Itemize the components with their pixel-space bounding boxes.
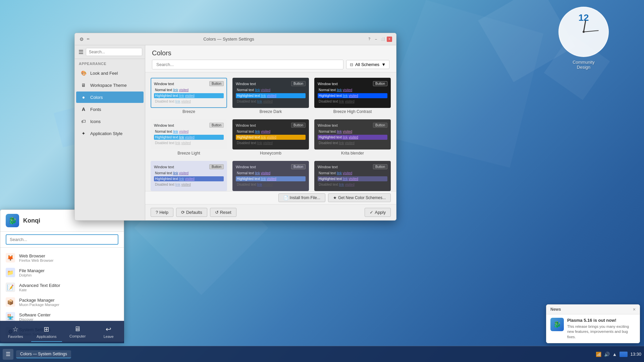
taskbar-app-label: Colors — System Settings: [20, 352, 67, 356]
taskbar-launcher-button[interactable]: ☰: [3, 349, 13, 360]
help-label: Help: [159, 210, 168, 215]
system-tray: 📶 🔊 ▲ 13:30: [596, 352, 641, 357]
close-button[interactable]: ×: [387, 37, 392, 42]
breeze-disabled-row: Disabled text link visited: [154, 99, 224, 104]
launcher-favorites[interactable]: ☆ Favorites: [0, 322, 31, 342]
launcher-applications[interactable]: ⊞ Applications: [31, 322, 62, 342]
breeze-window-text: Window text: [154, 82, 174, 86]
sidebar-item-fonts[interactable]: A Fonts: [76, 104, 144, 115]
application-style-label: Application Style: [90, 131, 122, 136]
bottom-right-actions: ✓ Apply: [365, 208, 391, 217]
schemes-grid: Window text Button Normal text link visi…: [145, 72, 396, 191]
favorites-label: Favorites: [8, 335, 23, 339]
scheme-krita[interactable]: Window text Button Normal text link visi…: [314, 119, 391, 156]
krita-preview: Window text Button Normal text link visi…: [314, 119, 391, 149]
reset-button[interactable]: ↺ Reset: [210, 208, 236, 217]
browser-icon: 🦊: [6, 253, 15, 262]
reset-label: Reset: [220, 210, 231, 215]
colors-icon: ●: [80, 94, 87, 101]
titlebar-edit-btn[interactable]: ✏: [86, 37, 91, 42]
scheme-breeze[interactable]: Window text Button Normal text link visi…: [151, 78, 227, 114]
scheme-r3c[interactable]: Window text Button Normal text link visi…: [314, 161, 391, 191]
install-bar: 📄 Install from File... ★ Get New Color S…: [145, 191, 396, 204]
maximize-button[interactable]: ⬜: [380, 37, 385, 42]
app-item-texteditor[interactable]: 📝 Advanced Text Editor Kate: [0, 280, 124, 295]
sidebar-item-look-and-feel[interactable]: 🎨 Look and Feel: [76, 67, 144, 79]
help-button[interactable]: ? Help: [151, 208, 173, 217]
konqi-search-input[interactable]: [6, 234, 118, 245]
defaults-button[interactable]: ⟳ Defaults: [176, 208, 207, 217]
look-and-feel-label: Look and Feel: [90, 71, 118, 76]
taskbar-app-settings[interactable]: Colors — System Settings: [16, 350, 71, 358]
clock-widget: 12 CommunityDesign: [550, 7, 617, 80]
app-item-packages[interactable]: 📦 Package Manager Muon Package Manager: [0, 295, 124, 309]
taskbar: ☰ Colors — System Settings 📶 🔊 ▲ 13:30: [0, 346, 644, 362]
settings-sidebar: Appearance 🎨 Look and Feel 🖥 Workspace T…: [75, 45, 145, 220]
leave-icon: ↩: [106, 325, 111, 333]
expand-systray-icon[interactable]: ▲: [612, 352, 617, 357]
leave-label: Leave: [104, 335, 114, 339]
software-name: Software Center: [19, 312, 51, 317]
workspace-theme-icon: 🖥: [80, 82, 87, 88]
sidebar-search-input[interactable]: [86, 48, 142, 56]
filemanager-name: File Manager: [19, 268, 45, 273]
breeze-button: Button: [209, 81, 224, 86]
applications-icon: ⊞: [44, 325, 49, 333]
kb-button: Button: [373, 123, 387, 128]
notification-popup: News × 🐉 Plasma 5.16 is out now! This re…: [546, 304, 640, 343]
notification-text: This release brings you many exciting ne…: [567, 324, 636, 340]
breeze-light-preview: Window text Button Normal text link visi…: [151, 119, 227, 149]
r3a-preview: Window text Button Normal text link visi…: [151, 161, 227, 191]
scheme-r3b[interactable]: Window text Button Normal text link visi…: [232, 161, 309, 191]
sidebar-toolbar: [75, 45, 145, 59]
filter-dropdown[interactable]: ⊟ All Schemes ▼: [346, 60, 389, 69]
sidebar-item-workspace-theme[interactable]: 🖥 Workspace Theme: [76, 79, 144, 91]
notification-body: 🐉 Plasma 5.16 is out now! This release b…: [546, 314, 640, 343]
apply-label: Apply: [375, 210, 386, 215]
breeze-normal-row: Normal text link visited: [154, 87, 224, 93]
clock-label: CommunityDesign: [573, 60, 595, 70]
filemanager-icon: 📁: [6, 268, 15, 277]
install-from-file-button[interactable]: 📄 Install from File...: [278, 193, 325, 202]
breeze-light-label: Breeze Light: [177, 151, 200, 156]
launcher-computer[interactable]: 🖥 Computer: [62, 322, 93, 342]
launcher-leave[interactable]: ↩ Leave: [93, 322, 124, 342]
sidebar-menu-button[interactable]: [77, 48, 85, 56]
defaults-label: Defaults: [186, 210, 202, 215]
get-new-schemes-button[interactable]: ★ Get New Color Schemes...: [328, 193, 391, 202]
sidebar-item-application-style[interactable]: ✦ Application Style: [76, 128, 144, 139]
honeycomb-label: Honeycomb: [260, 151, 281, 156]
hc-button: Button: [291, 123, 306, 128]
bottom-left-actions: ? Help ⟳ Defaults ↺ Reset: [151, 208, 236, 217]
r3b-preview: Window text Button Normal text link visi…: [232, 161, 309, 191]
apply-icon: ✓: [370, 210, 373, 215]
notification-close-button[interactable]: ×: [633, 307, 636, 312]
filemanager-desc: Dolphin: [19, 273, 45, 277]
notification-headline: Plasma 5.16 is out now!: [567, 318, 636, 323]
scheme-r3a[interactable]: Window text Button Normal text link visi…: [151, 161, 227, 191]
scheme-honeycomb[interactable]: Window text Button Normal text link visi…: [232, 119, 309, 156]
apply-button[interactable]: ✓ Apply: [365, 208, 391, 217]
minimize-button[interactable]: –: [373, 37, 379, 42]
scheme-breeze-dark[interactable]: Window text Button Normal text link visi…: [232, 78, 309, 114]
konqi-title: Konqi: [23, 217, 40, 224]
colors-search-input[interactable]: [152, 60, 343, 69]
sidebar-item-colors[interactable]: ● Colors: [76, 92, 144, 103]
computer-label: Computer: [69, 334, 86, 338]
software-icon: 🏪: [6, 312, 15, 321]
sidebar-item-icons[interactable]: 🏷 Icons: [76, 116, 144, 127]
help-button[interactable]: ?: [367, 37, 372, 42]
app-item-filemanager[interactable]: 📁 File Manager Dolphin: [0, 265, 124, 280]
app-item-browser[interactable]: 🦊 Web Browser Firefox Web Browser: [0, 250, 124, 265]
notification-title: News: [550, 307, 561, 312]
chevron-down-icon: ▼: [381, 62, 386, 67]
defaults-icon: ⟳: [181, 210, 185, 215]
page-title: Colors: [152, 49, 389, 57]
breeze-dark-preview: Window text Button Normal text link visi…: [232, 78, 309, 108]
favorites-icon: ☆: [12, 325, 18, 333]
settings-window: ⚙ ✏ Colors — System Settings ? – ⬜ × App…: [74, 33, 396, 221]
clock-face: 12: [558, 7, 609, 57]
sidebar-section-appearance: Appearance: [75, 59, 145, 67]
scheme-breeze-light[interactable]: Window text Button Normal text link visi…: [151, 119, 227, 156]
scheme-breeze-hc[interactable]: Window text Button Normal text link visi…: [314, 78, 391, 114]
